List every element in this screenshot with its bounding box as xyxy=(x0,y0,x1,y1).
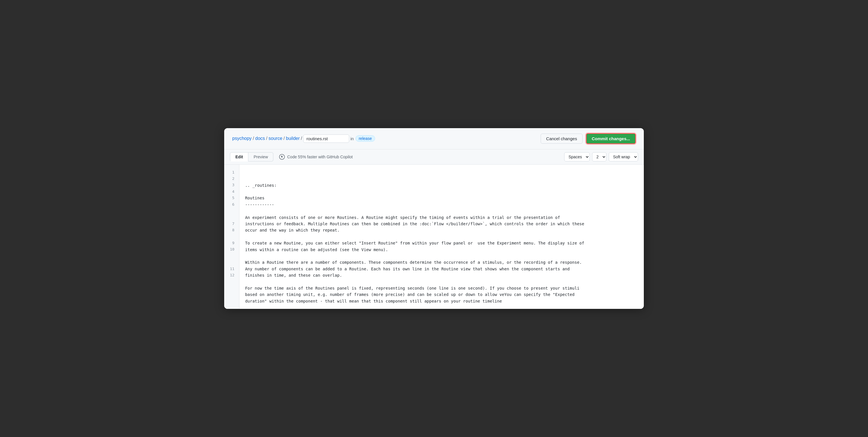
breadcrumb-sep3: / xyxy=(283,136,284,141)
breadcrumb: psychopy / docs / source / builder / in … xyxy=(232,134,375,143)
code-line xyxy=(245,233,638,240)
line-number-continuation xyxy=(230,233,235,240)
tab-preview[interactable]: Preview xyxy=(248,152,273,161)
top-bar: psychopy / docs / source / builder / in … xyxy=(224,128,644,149)
code-line: To create a new Routine, you can either … xyxy=(245,240,638,253)
indent-size-select[interactable]: 2 4 xyxy=(592,153,606,161)
line-number: 1 xyxy=(230,169,235,176)
editor-content: 123456789101112 .. _routines: Routines--… xyxy=(224,165,644,309)
tab-edit[interactable]: Edit xyxy=(230,152,248,161)
top-actions: Cancel changes Commit changes... xyxy=(540,133,636,144)
cancel-changes-button[interactable]: Cancel changes xyxy=(540,134,583,144)
line-number: 7 xyxy=(230,221,235,227)
line-number: 11 xyxy=(230,266,235,272)
line-number-continuation xyxy=(230,279,235,285)
in-text: in xyxy=(350,136,354,141)
line-number-continuation xyxy=(230,214,235,221)
line-number-continuation xyxy=(230,253,235,259)
indent-type-wrapper: Spaces Tabs xyxy=(564,152,590,161)
code-line xyxy=(245,188,638,195)
branch-label: in release xyxy=(350,135,375,142)
indent-type-select[interactable]: Spaces Tabs xyxy=(564,153,589,161)
tab-group: Edit Preview xyxy=(230,152,273,161)
line-number: 12 xyxy=(230,272,235,278)
code-line: ------------ xyxy=(245,201,638,208)
line-number: 4 xyxy=(230,188,235,195)
copilot-icon xyxy=(279,154,285,160)
commit-changes-button[interactable]: Commit changes... xyxy=(586,133,636,144)
editor-window: psychopy / docs / source / builder / in … xyxy=(224,128,644,309)
breadcrumb-builder[interactable]: builder xyxy=(286,136,300,141)
filename-input[interactable] xyxy=(303,134,349,143)
breadcrumb-sep4: / xyxy=(301,136,302,141)
breadcrumb-sep2: / xyxy=(266,136,267,141)
line-number-continuation xyxy=(230,285,235,291)
branch-badge: release xyxy=(355,135,375,142)
code-area[interactable]: .. _routines: Routines------------ An ex… xyxy=(240,165,644,309)
line-numbers: 123456789101112 xyxy=(224,165,240,309)
line-number-continuation xyxy=(230,259,235,266)
line-number: 10 xyxy=(230,247,235,253)
code-line: Within a Routine there are a number of c… xyxy=(245,259,638,278)
code-line: Routines xyxy=(245,195,638,201)
breadcrumb-repo[interactable]: psychopy xyxy=(232,136,252,141)
copilot-info: Code 55% faster with GitHub Copilot xyxy=(279,154,353,160)
breadcrumb-sep1: / xyxy=(253,136,254,141)
line-number-continuation xyxy=(230,208,235,214)
line-number: 9 xyxy=(230,240,235,246)
line-number: 3 xyxy=(230,182,235,188)
copilot-label: Code 55% faster with GitHub Copilot xyxy=(287,155,353,159)
code-line xyxy=(245,279,638,285)
editor-options: Spaces Tabs 2 4 Soft wrap No wrap xyxy=(564,152,638,161)
breadcrumb-docs[interactable]: docs xyxy=(255,136,265,141)
line-number: 5 xyxy=(230,195,235,201)
code-line: For now the time axis of the Routines pa… xyxy=(245,285,638,304)
line-number: 6 xyxy=(230,201,235,208)
breadcrumb-source[interactable]: source xyxy=(269,136,282,141)
line-number: 8 xyxy=(230,227,235,233)
code-line: An experiment consists of one or more Ro… xyxy=(245,214,638,233)
code-line xyxy=(245,208,638,214)
code-line: .. _routines: xyxy=(245,182,638,188)
soft-wrap-select[interactable]: Soft wrap No wrap xyxy=(609,153,638,161)
editor-toolbar: Edit Preview Code 55% faster with GitHub… xyxy=(224,149,644,165)
wrap-wrapper: Soft wrap No wrap xyxy=(609,152,638,161)
indent-size-wrapper: 2 4 xyxy=(592,152,607,161)
code-line xyxy=(245,253,638,259)
line-number: 2 xyxy=(230,176,235,182)
